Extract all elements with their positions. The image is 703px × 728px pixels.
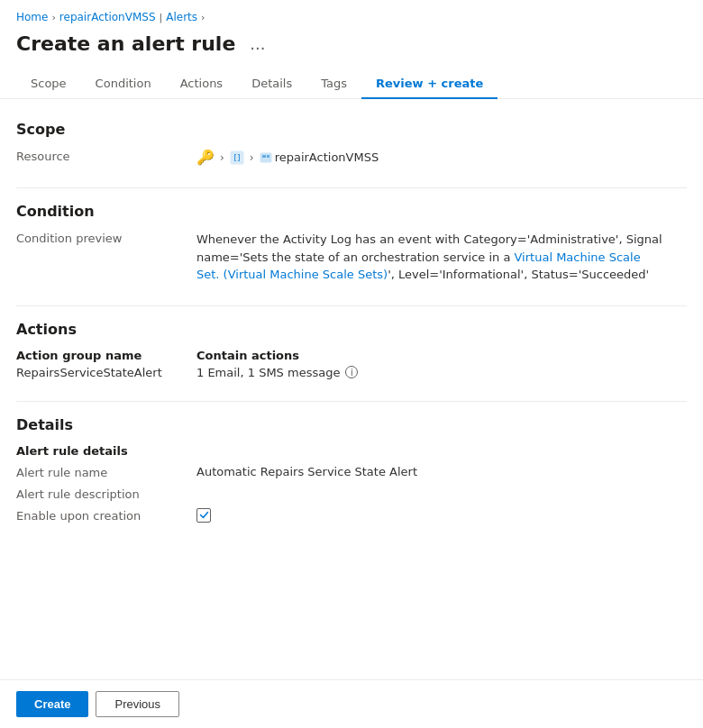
alert-rule-name-label: Alert rule name [16, 465, 196, 479]
enable-upon-creation-row: Enable upon creation [16, 508, 687, 523]
scope-section-title: Scope [16, 121, 687, 138]
breadcrumb-sep3: › [201, 12, 205, 23]
tabs-nav: Scope Condition Actions Details Tags Rev… [0, 69, 703, 99]
tab-tags[interactable]: Tags [306, 69, 361, 99]
actions-table-row: RepairsServiceStateAlert 1 Email, 1 SMS … [16, 366, 687, 379]
actions-col-name-header: Action group name [16, 349, 196, 362]
breadcrumb-resource[interactable]: repairActionVMSS [59, 11, 156, 23]
svg-text:[]: [] [233, 153, 240, 162]
actions-table: Action group name Contain actions Repair… [16, 349, 687, 379]
tab-details[interactable]: Details [237, 69, 306, 99]
resource-icon-vm [260, 151, 272, 164]
alert-rule-details-subtitle: Alert rule details [16, 444, 687, 458]
action-contain-text: 1 Email, 1 SMS message [196, 366, 340, 379]
tab-scope[interactable]: Scope [16, 69, 81, 99]
actions-section: Actions Action group name Contain action… [16, 321, 687, 379]
resource-path: 🔑 › [] › repairAction [196, 149, 687, 166]
vmss-icon: [] [230, 150, 244, 165]
details-section-title: Details [16, 416, 687, 433]
actions-col-contain-header: Contain actions [196, 349, 299, 362]
action-contain-value: 1 Email, 1 SMS message i [196, 366, 358, 379]
breadcrumb-sep1: › [51, 12, 55, 23]
divider-3 [16, 401, 687, 402]
scope-section: Scope Resource 🔑 › [] › [16, 121, 687, 166]
condition-section: Condition Condition preview Whenever the… [16, 203, 687, 284]
details-section: Details Alert rule details Alert rule na… [16, 416, 687, 523]
condition-preview-label: Condition preview [16, 231, 196, 245]
create-button[interactable]: Create [16, 691, 88, 717]
divider-2 [16, 305, 687, 306]
svg-rect-4 [267, 155, 269, 158]
action-group-name: RepairsServiceStateAlert [16, 366, 196, 379]
scope-resource-value: 🔑 › [] › repairAction [196, 149, 687, 166]
enable-upon-creation-value [196, 508, 687, 523]
condition-preview-value: Whenever the Activity Log has an event w… [196, 231, 687, 284]
page-menu-button[interactable]: ... [244, 32, 270, 55]
breadcrumb-home[interactable]: Home [16, 11, 48, 23]
resource-badge: [] [230, 150, 244, 165]
alert-rule-name-value: Automatic Repairs Service State Alert [196, 465, 687, 478]
actions-section-title: Actions [16, 321, 687, 338]
breadcrumb: Home › repairActionVMSS | Alerts › [0, 0, 703, 29]
scope-resource-row: Resource 🔑 › [] › [16, 149, 687, 166]
vmss-link[interactable]: Virtual Machine Scale Set. (Virtual Mach… [196, 250, 641, 282]
resource-name: repairActionVMSS [260, 150, 379, 165]
info-icon[interactable]: i [345, 366, 358, 378]
alert-rule-description-label: Alert rule description [16, 487, 196, 501]
tab-actions[interactable]: Actions [166, 69, 238, 99]
alert-rule-description-row: Alert rule description [16, 487, 687, 501]
scope-resource-label: Resource [16, 149, 196, 163]
resource-name-text: repairActionVMSS [275, 150, 379, 164]
page-title: Create an alert rule [16, 32, 235, 55]
condition-preview-row: Condition preview Whenever the Activity … [16, 231, 687, 284]
enable-checkbox-container [196, 508, 687, 523]
alert-rule-name-row: Alert rule name Automatic Repairs Servic… [16, 465, 687, 479]
tab-condition[interactable]: Condition [81, 69, 166, 99]
page-header: Create an alert rule ... [0, 29, 703, 69]
condition-section-title: Condition [16, 203, 687, 220]
breadcrumb-section[interactable]: Alerts [166, 11, 197, 23]
tab-review-create[interactable]: Review + create [361, 69, 498, 99]
main-content: Scope Resource 🔑 › [] › [0, 99, 703, 566]
previous-button[interactable]: Previous [96, 691, 179, 717]
enable-upon-creation-label: Enable upon creation [16, 508, 196, 523]
actions-table-header: Action group name Contain actions [16, 349, 687, 362]
resource-arrow2: › [250, 151, 254, 164]
enable-checkbox[interactable] [196, 508, 211, 523]
key-icon: 🔑 [196, 149, 215, 166]
checkbox-check-icon [199, 510, 209, 520]
svg-rect-3 [262, 155, 266, 158]
breadcrumb-sep2: | [160, 12, 163, 23]
divider-1 [16, 187, 687, 188]
condition-preview-text: Whenever the Activity Log has an event w… [196, 231, 665, 284]
footer: Create Previous [0, 679, 703, 728]
resource-arrow1: › [220, 151, 224, 164]
